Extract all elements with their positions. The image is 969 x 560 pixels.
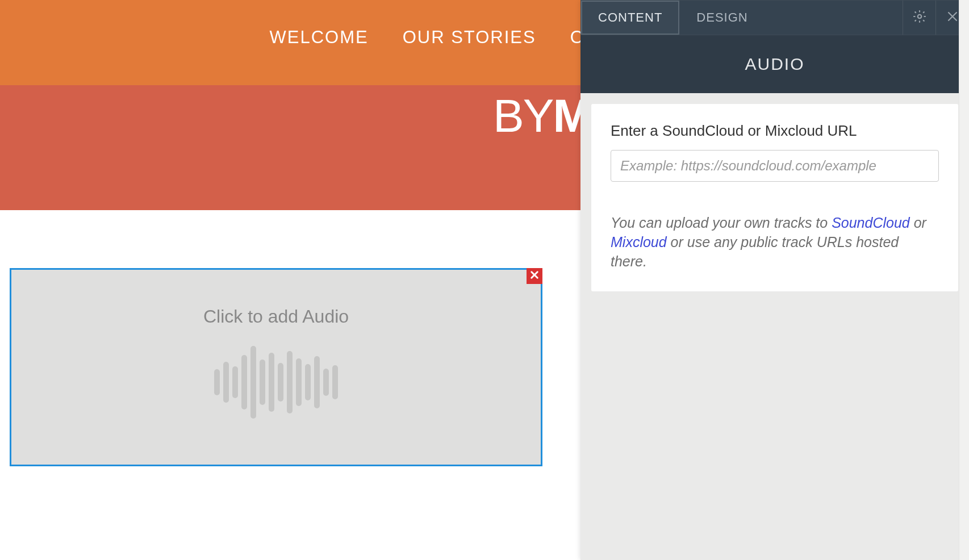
tab-design[interactable]: DESIGN <box>679 1 765 35</box>
panel-title-text: AUDIO <box>745 55 804 74</box>
gear-icon <box>912 9 927 26</box>
audio-placeholder-block[interactable]: Click to add Audio <box>10 268 542 466</box>
soundcloud-link[interactable]: SoundCloud <box>832 215 910 231</box>
panel-scrollbar[interactable] <box>959 0 969 560</box>
site-logo: BYM <box>493 89 591 143</box>
close-icon <box>945 9 960 26</box>
remove-block-button[interactable] <box>527 268 542 284</box>
svg-point-0 <box>917 15 921 19</box>
tab-spacer <box>765 1 903 35</box>
audio-url-card: Enter a SoundCloud or Mixcloud URL You c… <box>591 104 958 291</box>
editor-side-panel: CONTENT DESIGN AUDIO Enter a SoundCloud … <box>580 0 969 560</box>
audio-url-input[interactable] <box>611 150 939 182</box>
panel-title: AUDIO <box>580 35 969 93</box>
waveform-icon <box>214 340 338 425</box>
mixcloud-link[interactable]: Mixcloud <box>611 234 667 250</box>
help-text: You can upload your own tracks to SoundC… <box>611 214 939 271</box>
audio-placeholder-label: Click to add Audio <box>203 306 349 327</box>
url-field-label: Enter a SoundCloud or Mixcloud URL <box>611 122 939 140</box>
close-icon <box>529 270 540 282</box>
help-text-mid: or <box>910 215 926 231</box>
panel-body: Enter a SoundCloud or Mixcloud URL You c… <box>580 93 969 560</box>
tab-content[interactable]: CONTENT <box>581 1 679 35</box>
nav-link-our-stories[interactable]: OUR STORIES <box>403 27 536 48</box>
help-text-pre: You can upload your own tracks to <box>611 215 832 231</box>
nav-link-welcome[interactable]: WELCOME <box>269 27 368 48</box>
settings-button[interactable] <box>903 1 935 35</box>
logo-part-1: BY <box>493 90 553 141</box>
panel-tab-bar: CONTENT DESIGN <box>580 0 969 35</box>
